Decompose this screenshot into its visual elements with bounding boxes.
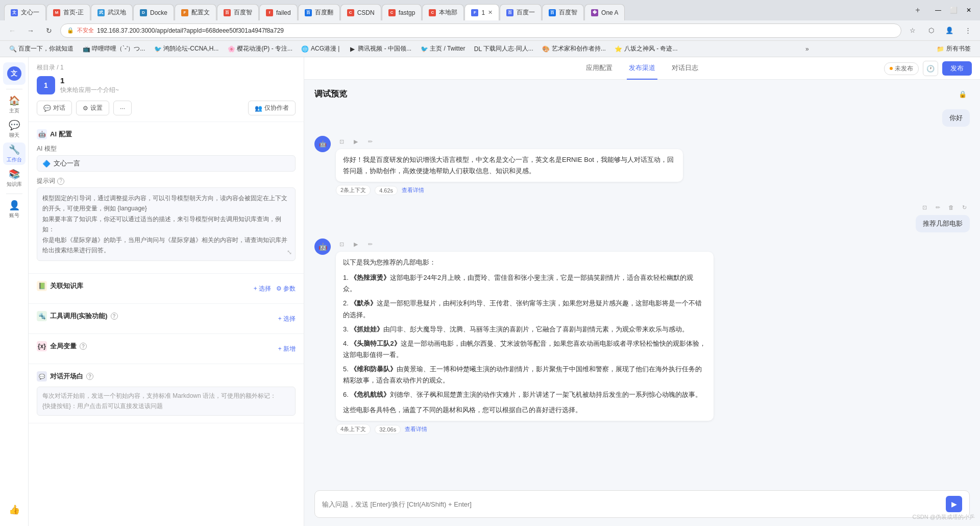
collab-icon: 👥 [255, 105, 262, 112]
prompt-info-icon[interactable]: ? [57, 178, 64, 185]
knowledge-select-btn[interactable]: + 选择 [254, 284, 271, 293]
edit-btn-2[interactable]: ✏ [364, 238, 376, 250]
copy-btn-1[interactable]: ⊡ [336, 136, 347, 147]
sidebar-label-chat: 聊天 [9, 132, 19, 139]
forward-button[interactable]: → [23, 23, 38, 38]
bookmark-item[interactable]: ▶腾讯视频 - 中国领... [345, 43, 415, 54]
maximize-button[interactable]: ⬜ [946, 3, 961, 17]
knowledge-params-btn[interactable]: ⚙ 参数 [276, 284, 296, 293]
browser-tab-t2[interactable]: M首页-正 [46, 4, 90, 20]
profile-button[interactable]: 👤 [942, 23, 957, 38]
edit-btn-1[interactable]: ✏ [364, 136, 376, 147]
tab-chat-log[interactable]: 对话日志 [670, 57, 700, 80]
insecure-label: 不安全 [77, 27, 94, 34]
bookmark-item[interactable]: 📺哔哩哔哩（`-'）つ... [79, 43, 149, 54]
detail-link-1[interactable]: 查看详情 [402, 186, 424, 194]
chat-button[interactable]: 💬 对话 [37, 101, 72, 115]
variables-add-btn[interactable]: + 新增 [278, 345, 296, 353]
more-button[interactable]: ··· [113, 101, 132, 115]
user-delete-btn[interactable]: 🗑 [945, 202, 957, 213]
bookmarks-more-button[interactable]: » [802, 44, 812, 54]
user-regenerate-btn[interactable]: ↻ [959, 202, 970, 213]
browser-tab-t13[interactable]: 百百度一 [500, 4, 542, 20]
browser-tab-t15[interactable]: �One A [584, 4, 625, 20]
bookmark-item[interactable]: 🌐ACG港漫 | [298, 43, 344, 54]
url-bar[interactable]: 🔒 不安全 192.168.37.200:3000/app/detail?app… [60, 23, 901, 38]
sidebar-item-home[interactable]: 🏠 主页 [3, 93, 26, 116]
detail-link-2[interactable]: 查看详情 [405, 425, 427, 433]
bookmark-star-button[interactable]: ☆ [905, 23, 920, 38]
browser-tab-t14[interactable]: 百百度智 [542, 4, 584, 20]
audio-btn-2[interactable]: ▶ [350, 238, 361, 250]
browser-tab-t7[interactable]: ffailed [259, 4, 298, 20]
right-top-nav: 应用配置 发布渠道 对话日志 未发布 🕐 发布 [304, 57, 980, 80]
breadcrumb-root[interactable]: 根目录 [37, 64, 55, 71]
prompt-field: 提示词 ? 模型固定的引导词，通过调整提示内容，可以引导模型朝天方向，读内容会被… [37, 177, 296, 261]
user-copy-btn[interactable]: ⊡ [919, 202, 930, 213]
bookmarks-folder[interactable]: 📁 所有书签 [933, 43, 975, 54]
bookmark-item[interactable]: ⭐八坂之神风 - 奇迹... [611, 43, 682, 54]
bookmark-item[interactable]: 🐦主页 / Twitter [416, 43, 469, 54]
tab-app-config[interactable]: 应用配置 [584, 57, 615, 80]
prompt-expand-icon[interactable]: ⤡ [287, 248, 292, 257]
params-icon: ⚙ [276, 285, 282, 292]
ai-config-section: 🤖 AI 配置 AI 模型 🔷 文心一言 提示词 ? [29, 122, 304, 274]
opener-info-icon[interactable]: ? [86, 373, 93, 380]
settings-button[interactable]: ⚙ 设置 [76, 101, 109, 115]
left-panel: 根目录 / 1 1 1 快来给应用一个介绍~ 💬 对 [29, 57, 304, 526]
lock-button[interactable]: 🔒 [955, 87, 970, 101]
left-panel-header: 根目录 / 1 1 1 快来给应用一个介绍~ 💬 对 [29, 57, 304, 122]
menu-button[interactable]: ⋮ [961, 23, 975, 38]
back-button[interactable]: ← [5, 23, 19, 38]
bookmark-item[interactable]: 🐦鸿鹄论坛-CCNA,H... [150, 43, 223, 54]
browser-tab-t10[interactable]: Cfastgp [382, 4, 422, 20]
chat-btn-icon: 💬 [43, 105, 51, 112]
sidebar-item-user[interactable]: 👤 账号 [3, 198, 26, 221]
user-edit-btn[interactable]: ✏ [932, 202, 943, 213]
browser-tab-t12[interactable]: F1✕ [464, 4, 499, 20]
tab-publish-channel[interactable]: 发布渠道 [627, 57, 657, 80]
bookmark-item[interactable]: 🎨艺术家和创作者持... [538, 43, 610, 54]
new-tab-button[interactable]: + [911, 3, 925, 17]
model-icon: 🔷 [42, 160, 51, 168]
clock-button[interactable]: 🕐 [923, 61, 938, 76]
browser-tab-t3[interactable]: 武武汉地 [91, 4, 133, 20]
tools-icon: 🔩 [37, 311, 47, 321]
browser-tab-t11[interactable]: C本地部 [422, 4, 464, 20]
sidebar-divider-2 [6, 194, 22, 194]
sidebar-item-chat[interactable]: 💬 聊天 [3, 118, 26, 140]
sidebar-item-feedback[interactable]: 👍 [3, 498, 26, 521]
publish-button[interactable]: 发布 [942, 61, 972, 76]
bot-message-2: 🤖 ⊡ ▶ ✏ 以下是我为您推荐的几部电影： 1. 《热辣滚烫》这部电影于24年… [314, 238, 970, 435]
variables-actions: + 新增 [278, 345, 296, 353]
chat-input[interactable] [322, 500, 942, 508]
extension-button[interactable]: ⬡ [924, 23, 938, 38]
browser-tab-t6[interactable]: 百百度智 [217, 4, 259, 20]
browser-tab-t1[interactable]: 文文心一 [4, 4, 46, 20]
sidebar-item-workbench[interactable]: 🔧 工作台 [3, 142, 26, 165]
prompt-textarea[interactable]: 模型固定的引导词，通过调整提示内容，可以引导模型朝天方向，读内容会被固定在上下文… [37, 187, 296, 261]
send-button[interactable]: ▶ [946, 496, 962, 512]
browser-tab-t9[interactable]: CCSDN [340, 4, 381, 20]
browser-tab-t4[interactable]: DDocke [133, 4, 174, 20]
bookmark-item[interactable]: DL下载同人志·同人... [470, 43, 537, 54]
close-button[interactable]: ✕ [962, 3, 976, 17]
chat-messages: 你好 🤖 ⊡ ▶ ✏ [304, 104, 980, 484]
copy-btn-2[interactable]: ⊡ [336, 238, 347, 250]
reload-button[interactable]: ↻ [42, 23, 56, 38]
audio-btn-1[interactable]: ▶ [350, 136, 361, 147]
tools-select-btn[interactable]: + 选择 [278, 315, 296, 323]
model-value[interactable]: 🔷 文心一言 [37, 155, 296, 172]
collab-button[interactable]: 👥 仅协作者 [248, 101, 296, 115]
bookmark-item[interactable]: 🔍百度一下，你就知道 [5, 43, 78, 54]
sidebar-item-knowledge[interactable]: 📚 知识库 [3, 167, 26, 189]
browser-tab-t5[interactable]: F配置文 [175, 4, 216, 20]
breadcrumb-current[interactable]: 1 [60, 64, 64, 71]
tools-info-icon[interactable]: ? [111, 313, 118, 320]
bookmark-item[interactable]: 🌸樱花动漫(P) - 专注... [224, 43, 297, 54]
variables-info-icon[interactable]: ? [80, 343, 87, 350]
variables-label: 全局变量 [50, 342, 77, 351]
sidebar-logo[interactable]: 文 [3, 62, 26, 85]
minimize-button[interactable]: — [931, 3, 945, 17]
browser-tab-t8[interactable]: 百百度翻 [298, 4, 340, 20]
